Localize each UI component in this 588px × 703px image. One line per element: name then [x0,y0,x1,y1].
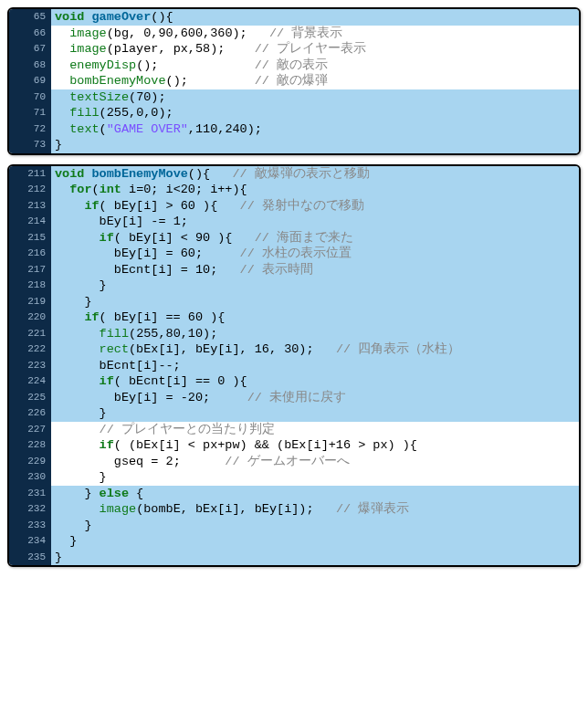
line-number-gutter: 221 [9,326,51,342]
code-line[interactable]: 235} [9,550,579,566]
code-line[interactable]: 231 } else { [9,486,579,502]
code-content[interactable]: bEy[i] = -20; // 未使用に戻す [51,390,579,406]
code-line[interactable]: 234 } [9,533,579,550]
code-content[interactable]: } [51,469,579,486]
code-content[interactable]: bEy[i] = 60; // 水柱の表示位置 [51,246,579,262]
code-line[interactable]: 225 bEy[i] = -20; // 未使用に戻す [9,390,579,406]
code-content[interactable]: } [51,405,579,422]
code-content[interactable]: bEcnt[i] = 10; // 表示時間 [51,262,579,278]
code-content[interactable]: text("GAME OVER",110,240); [51,121,579,138]
code-line[interactable]: 221 fill(255,80,10); [9,326,579,342]
line-number-gutter: 226 [9,405,51,422]
code-line[interactable]: 73} [9,137,579,153]
code-line[interactable]: 232 image(bombE, bEx[i], bEy[i]); // 爆弾表… [9,501,579,518]
code-content[interactable]: if( bEy[i] < 90 ){ // 海面まで来た [51,230,579,247]
code-content[interactable]: void bombEnemyMove(){ // 敵爆弾の表示と移動 [51,166,579,183]
code-block-2: 211void bombEnemyMove(){ // 敵爆弾の表示と移動212… [7,164,581,568]
code-content[interactable]: for(int i=0; i<20; i++){ [51,182,579,198]
code-line[interactable]: 226 } [9,405,579,422]
line-number-gutter: 233 [9,518,51,534]
code-line[interactable]: 227 // プレイヤーとの当たり判定 [9,422,579,438]
line-number-gutter: 67 [9,41,51,58]
line-number-gutter: 234 [9,533,51,550]
code-line[interactable]: 65void gameOver(){ [9,9,579,26]
code-content[interactable]: image(bg, 0,90,600,360); // 背景表示 [51,26,579,42]
code-block-1: 65void gameOver(){66 image(bg, 0,90,600,… [7,7,581,155]
code-content[interactable]: gseq = 2; // ゲームオーバーへ [51,454,579,470]
line-number-gutter: 215 [9,230,51,247]
code-content[interactable]: } [51,137,579,153]
line-number-gutter: 69 [9,73,51,89]
code-content[interactable]: } [51,518,579,534]
code-line[interactable]: 72 text("GAME OVER",110,240); [9,121,579,138]
code-line[interactable]: 69 bombEnemyMove(); // 敵の爆弾 [9,73,579,89]
code-content[interactable]: bombEnemyMove(); // 敵の爆弾 [51,73,579,89]
code-content[interactable]: } [51,294,579,310]
code-line[interactable]: 218 } [9,278,579,294]
line-number-gutter: 214 [9,214,51,230]
line-number-gutter: 231 [9,486,51,502]
line-number-gutter: 216 [9,246,51,262]
code-line[interactable]: 233 } [9,518,579,534]
line-number-gutter: 72 [9,121,51,138]
line-number-gutter: 73 [9,137,51,153]
line-number-gutter: 225 [9,390,51,406]
code-line[interactable]: 228 if( (bEx[i] < px+pw) && (bEx[i]+16 >… [9,437,579,454]
code-content[interactable]: } else { [51,486,579,502]
code-line[interactable]: 66 image(bg, 0,90,600,360); // 背景表示 [9,26,579,42]
code-line[interactable]: 219 } [9,294,579,310]
code-line[interactable]: 222 rect(bEx[i], bEy[i], 16, 30); // 四角表… [9,341,579,358]
code-content[interactable]: if( bEy[i] > 60 ){ // 発射中なので移動 [51,198,579,215]
line-number-gutter: 68 [9,58,51,74]
code-line[interactable]: 216 bEy[i] = 60; // 水柱の表示位置 [9,246,579,262]
line-number-gutter: 218 [9,278,51,294]
line-number-gutter: 232 [9,501,51,518]
code-line[interactable]: 223 bEcnt[i]--; [9,358,579,374]
code-content[interactable]: bEcnt[i]--; [51,358,579,374]
code-line[interactable]: 67 image(player, px,58); // プレイヤー表示 [9,41,579,58]
line-number-gutter: 220 [9,310,51,326]
code-line[interactable]: 215 if( bEy[i] < 90 ){ // 海面まで来た [9,230,579,247]
code-content[interactable]: fill(255,0,0); [51,105,579,121]
line-number-gutter: 71 [9,105,51,121]
code-line[interactable]: 212 for(int i=0; i<20; i++){ [9,182,579,198]
code-line[interactable]: 68 enemyDisp(); // 敵の表示 [9,58,579,74]
line-number-gutter: 212 [9,182,51,198]
line-number-gutter: 213 [9,198,51,215]
line-number-gutter: 222 [9,341,51,358]
code-content[interactable]: bEy[i] -= 1; [51,214,579,230]
line-number-gutter: 230 [9,469,51,486]
code-content[interactable]: } [51,550,579,566]
line-number-gutter: 228 [9,437,51,454]
line-number-gutter: 70 [9,89,51,106]
code-content[interactable]: fill(255,80,10); [51,326,579,342]
code-content[interactable]: if( bEy[i] == 60 ){ [51,310,579,326]
line-number-gutter: 211 [9,166,51,183]
code-line[interactable]: 213 if( bEy[i] > 60 ){ // 発射中なので移動 [9,198,579,215]
line-number-gutter: 227 [9,422,51,438]
code-content[interactable]: if( (bEx[i] < px+pw) && (bEx[i]+16 > px)… [51,437,579,454]
code-content[interactable]: if( bEcnt[i] == 0 ){ [51,373,579,390]
code-content[interactable]: void gameOver(){ [51,9,579,26]
code-content[interactable]: } [51,278,579,294]
code-line[interactable]: 224 if( bEcnt[i] == 0 ){ [9,373,579,390]
code-line[interactable]: 211void bombEnemyMove(){ // 敵爆弾の表示と移動 [9,166,579,183]
code-content[interactable]: textSize(70); [51,89,579,106]
code-content[interactable]: rect(bEx[i], bEy[i], 16, 30); // 四角表示（水柱… [51,341,579,358]
line-number-gutter: 235 [9,550,51,566]
code-content[interactable]: image(bombE, bEx[i], bEy[i]); // 爆弾表示 [51,501,579,518]
code-line[interactable]: 230 } [9,469,579,486]
line-number-gutter: 223 [9,358,51,374]
code-content[interactable]: // プレイヤーとの当たり判定 [51,422,579,438]
code-content[interactable]: } [51,533,579,550]
line-number-gutter: 217 [9,262,51,278]
line-number-gutter: 219 [9,294,51,310]
code-content[interactable]: enemyDisp(); // 敵の表示 [51,58,579,74]
code-line[interactable]: 214 bEy[i] -= 1; [9,214,579,230]
code-line[interactable]: 229 gseq = 2; // ゲームオーバーへ [9,454,579,470]
code-line[interactable]: 220 if( bEy[i] == 60 ){ [9,310,579,326]
code-line[interactable]: 70 textSize(70); [9,89,579,106]
code-content[interactable]: image(player, px,58); // プレイヤー表示 [51,41,579,58]
code-line[interactable]: 71 fill(255,0,0); [9,105,579,121]
code-line[interactable]: 217 bEcnt[i] = 10; // 表示時間 [9,262,579,278]
